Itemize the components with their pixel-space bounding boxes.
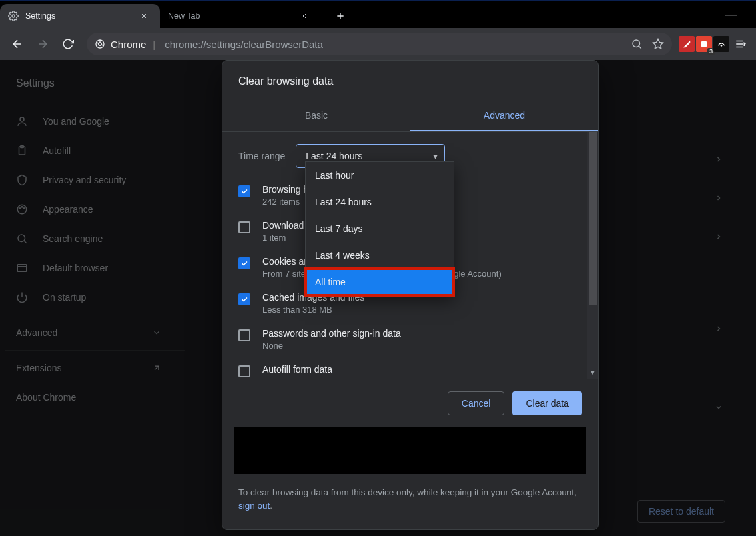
dialog-tabs: Basic Advanced [222,99,598,131]
dropdown-option[interactable]: Last hour [306,162,454,189]
omnibox-url: chrome://settings/clearBrowserData [165,39,323,50]
checkbox[interactable] [238,257,250,269]
dropdown-option[interactable]: Last 7 days [306,215,454,242]
scroll-down-icon[interactable]: ▼ [587,367,598,377]
gear-icon [8,11,19,21]
scrollbar[interactable]: ▲ ▼ [587,132,598,379]
bookmark-star-icon[interactable] [652,38,664,50]
browser-toolbar: Chrome | chrome://settings/clearBrowserD… [0,28,756,60]
browser-tabstrip: Settings New Tab — [0,0,756,28]
svg-point-6 [721,45,722,46]
extension-icon[interactable]: 3 [696,36,712,52]
checkbox[interactable] [238,365,250,377]
dropdown-option[interactable]: Last 4 weeks [306,242,454,269]
redacted-block [234,427,586,474]
site-chip-label: Chrome [111,39,146,50]
time-range-dropdown: Last hour Last 24 hours Last 7 days Last… [305,161,454,296]
forward-button[interactable] [31,32,55,56]
zoom-search-icon[interactable] [631,38,643,50]
row-title: Passwords and other sign-in data [262,328,401,339]
close-icon[interactable] [139,11,149,21]
minimize-button[interactable]: — [719,7,743,21]
footer-hint: To clear browsing data from this device … [238,486,582,513]
reload-button[interactable] [56,32,80,56]
chevron-down-icon: ▾ [433,151,438,161]
tab-title: Settings [25,11,139,21]
svg-marker-4 [653,39,663,49]
checkbox-row-passwords[interactable]: Passwords and other sign-in data None [238,324,577,360]
row-title: Autofill form data [262,364,332,375]
tab-advanced[interactable]: Advanced [410,99,598,131]
clear-data-button[interactable]: Clear data [512,391,582,415]
site-chip: Chrome | [95,39,157,50]
new-tab-button[interactable] [331,7,350,25]
window-controls: — [719,0,756,28]
time-range-value: Last 24 hours [306,151,362,161]
extension-icon[interactable] [713,36,729,52]
dropdown-option[interactable]: Last 24 hours [306,189,454,215]
row-subtitle: None [262,341,401,351]
svg-rect-5 [701,41,707,47]
row-subtitle: Less than 318 MB [262,305,364,315]
tab-new-tab[interactable]: New Tab [160,4,320,28]
tab-title: New Tab [168,11,298,21]
svg-point-2 [99,43,102,46]
tab-basic[interactable]: Basic [222,99,410,131]
back-button[interactable] [5,32,29,56]
dialog-footer: Cancel Clear data To clear browsing data… [222,379,598,529]
checkbox[interactable] [238,293,250,305]
time-range-label: Time range [238,151,285,161]
checkbox[interactable] [238,221,250,233]
checkbox[interactable] [238,329,250,341]
checkbox-row-autofill[interactable]: Autofill form data [238,360,577,379]
tab-settings[interactable]: Settings [0,4,160,28]
checkbox[interactable] [238,185,250,197]
extension-icon[interactable] [679,36,695,52]
cancel-button[interactable]: Cancel [448,391,505,415]
svg-point-3 [633,40,640,47]
tab-separator [324,7,324,22]
page: Settings You and Google Autofill Privacy… [0,60,756,536]
svg-point-0 [12,15,15,17]
chrome-logo-icon [95,39,105,49]
dialog-title: Clear browsing data [222,61,598,87]
dropdown-option-highlighted[interactable]: All time [306,269,454,295]
omnibox[interactable]: Chrome | chrome://settings/clearBrowserD… [87,33,672,55]
sign-out-link[interactable]: sign out [238,501,270,511]
close-icon[interactable] [298,11,309,21]
scroll-thumb[interactable] [589,132,597,305]
media-control-icon[interactable] [731,32,751,56]
